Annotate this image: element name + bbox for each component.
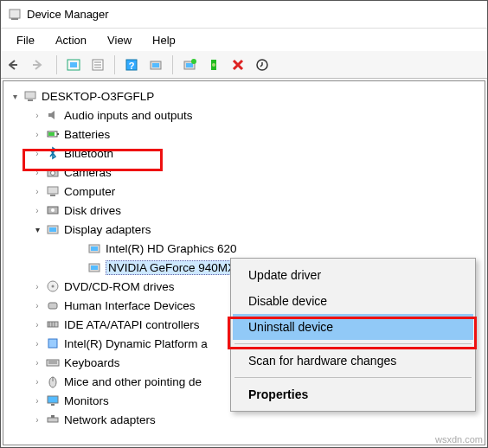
device-category-icon xyxy=(45,374,61,389)
properties-button[interactable] xyxy=(87,54,109,76)
category-label: Bluetooth xyxy=(64,147,113,160)
context-menu: Update driver Disable device Uninstall d… xyxy=(230,258,476,412)
chevron-right-icon[interactable]: › xyxy=(31,185,43,197)
menu-action[interactable]: Action xyxy=(45,32,97,48)
device-category-icon xyxy=(45,145,61,161)
category-label: IDE ATA/ATAPI controllers xyxy=(64,318,200,331)
device-category-icon xyxy=(45,393,61,408)
svg-rect-11 xyxy=(152,63,159,67)
chevron-right-icon[interactable]: › xyxy=(31,375,43,387)
window-title: Device Manager xyxy=(27,8,109,21)
cm-separator xyxy=(234,343,472,344)
svg-rect-49 xyxy=(51,404,55,406)
toolbar: ? xyxy=(1,51,487,79)
device-category-icon xyxy=(45,355,61,370)
category-node[interactable]: ›Audio inputs and outputs xyxy=(31,106,483,125)
chevron-right-icon[interactable]: › xyxy=(31,413,43,426)
chevron-right-icon[interactable]: › xyxy=(31,394,43,406)
category-node[interactable]: ›Batteries xyxy=(31,125,483,144)
device-label: Intel(R) HD Graphics 620 xyxy=(106,242,237,255)
category-label: Disk drives xyxy=(64,204,121,217)
cm-separator xyxy=(234,377,472,378)
category-label: Computer xyxy=(64,185,115,198)
device-category-icon xyxy=(45,183,61,199)
svg-rect-51 xyxy=(51,415,55,418)
cm-update-driver[interactable]: Update driver xyxy=(233,262,473,288)
app-icon xyxy=(8,8,22,22)
chevron-right-icon[interactable]: › xyxy=(31,128,43,140)
category-node[interactable]: ›Network adapters xyxy=(31,410,483,429)
chevron-spacer xyxy=(73,242,85,254)
device-category-icon xyxy=(45,164,61,180)
svg-rect-0 xyxy=(10,10,20,18)
chevron-right-icon[interactable]: › xyxy=(31,318,43,330)
chevron-right-icon[interactable]: › xyxy=(31,166,43,178)
category-label: Batteries xyxy=(64,128,110,141)
svg-text:?: ? xyxy=(129,61,135,71)
svg-rect-50 xyxy=(48,418,58,422)
svg-rect-13 xyxy=(186,63,193,67)
device-category-icon xyxy=(45,278,61,294)
cm-properties[interactable]: Properties xyxy=(233,381,473,407)
category-node[interactable]: ›Bluetooth xyxy=(31,144,483,163)
uninstall-button[interactable] xyxy=(202,54,225,76)
chevron-right-icon[interactable]: › xyxy=(31,280,43,292)
svg-rect-32 xyxy=(91,246,98,251)
chevron-right-icon[interactable]: › xyxy=(31,109,43,121)
category-label: Mice and other pointing de xyxy=(64,375,202,388)
root-node[interactable]: ▾ DESKTOP-O3FGFLP xyxy=(9,86,483,106)
back-button[interactable] xyxy=(4,54,27,76)
chevron-right-icon[interactable]: › xyxy=(31,337,43,349)
chevron-right-icon[interactable]: › xyxy=(31,147,43,159)
scan-button[interactable] xyxy=(144,54,167,76)
help-button[interactable]: ? xyxy=(120,54,143,76)
category-label: Human Interface Devices xyxy=(64,299,196,312)
svg-rect-18 xyxy=(25,92,35,99)
category-node[interactable]: ›Computer xyxy=(31,182,483,201)
cm-uninstall-device[interactable]: Uninstall device xyxy=(233,314,473,340)
category-label: DVD/CD-ROM drives xyxy=(64,280,175,293)
toolbar-separator xyxy=(114,55,115,74)
svg-rect-34 xyxy=(91,266,98,270)
cm-scan-hardware[interactable]: Scan for hardware changes xyxy=(233,348,473,374)
toolbar-separator xyxy=(172,55,173,74)
category-label: Cameras xyxy=(64,166,112,179)
svg-rect-48 xyxy=(48,396,58,403)
menubar: File Action View Help xyxy=(1,29,487,51)
chevron-right-icon[interactable]: › xyxy=(31,299,43,311)
svg-rect-1 xyxy=(11,18,18,20)
category-node[interactable]: ▾Display adapters xyxy=(31,220,483,239)
enable-button[interactable] xyxy=(251,54,273,76)
toolbar-separator xyxy=(56,55,57,74)
chevron-right-icon[interactable]: › xyxy=(31,356,43,368)
update-driver-button[interactable] xyxy=(178,54,201,76)
menu-help[interactable]: Help xyxy=(142,32,186,48)
category-label: Audio inputs and outputs xyxy=(64,109,193,122)
svg-point-14 xyxy=(191,59,196,64)
svg-rect-22 xyxy=(48,132,55,136)
disable-button[interactable] xyxy=(227,54,249,76)
svg-rect-21 xyxy=(57,133,59,135)
category-label: Intel(R) Dynamic Platform a xyxy=(64,337,208,350)
device-node[interactable]: Intel(R) HD Graphics 620 xyxy=(73,239,483,258)
svg-rect-25 xyxy=(48,187,58,194)
chevron-down-icon[interactable]: ▾ xyxy=(31,223,43,235)
svg-rect-26 xyxy=(50,195,55,196)
show-hidden-button[interactable] xyxy=(62,54,85,76)
svg-rect-37 xyxy=(48,303,57,309)
svg-point-16 xyxy=(212,63,215,67)
chevron-down-icon[interactable]: ▾ xyxy=(9,90,21,102)
device-category-icon xyxy=(45,412,61,427)
category-node[interactable]: ›Cameras xyxy=(31,163,483,182)
menu-view[interactable]: View xyxy=(97,32,142,48)
category-node[interactable]: ›Disk drives xyxy=(31,201,483,220)
menu-file[interactable]: File xyxy=(6,32,45,48)
device-category-icon xyxy=(45,202,61,218)
chevron-right-icon[interactable]: › xyxy=(31,204,43,216)
category-label: Display adapters xyxy=(64,223,151,236)
forward-button[interactable] xyxy=(29,54,51,76)
cm-disable-device[interactable]: Disable device xyxy=(233,288,473,314)
svg-rect-19 xyxy=(28,99,33,101)
device-category-icon xyxy=(45,298,61,313)
device-category-icon xyxy=(45,107,61,123)
